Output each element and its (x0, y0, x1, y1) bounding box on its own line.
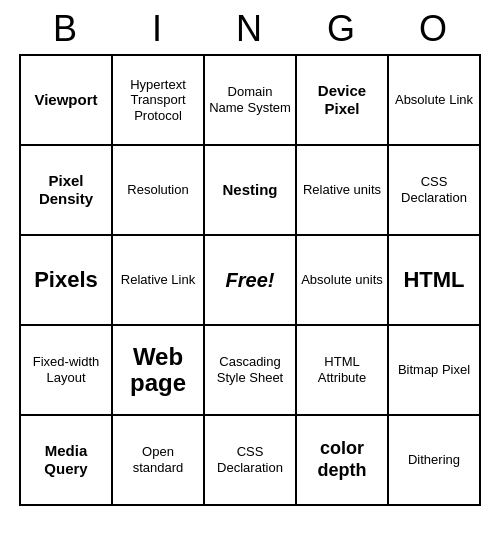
cell-21: Open standard (113, 416, 205, 506)
cell-19: Bitmap Pixel (389, 326, 481, 416)
cell-11: Relative Link (113, 236, 205, 326)
cell-8: Relative units (297, 146, 389, 236)
cell-22: CSS Declaration (205, 416, 297, 506)
cell-20: Media Query (21, 416, 113, 506)
title-letter-i: I (112, 8, 204, 50)
cell-3: Device Pixel (297, 56, 389, 146)
cell-17: Cascading Style Sheet (205, 326, 297, 416)
cell-9: CSS Declaration (389, 146, 481, 236)
cell-5: Pixel Density (21, 146, 113, 236)
cell-0: Viewport (21, 56, 113, 146)
cell-1: Hypertext Transport Protocol (113, 56, 205, 146)
cell-6: Resolution (113, 146, 205, 236)
bingo-grid: ViewportHypertext Transport ProtocolDoma… (19, 54, 481, 506)
cell-2: Domain Name System (205, 56, 297, 146)
bingo-title: B I N G O (20, 0, 480, 54)
cell-16: Web page (113, 326, 205, 416)
title-letter-n: N (204, 8, 296, 50)
cell-4: Absolute Link (389, 56, 481, 146)
cell-23: color depth (297, 416, 389, 506)
title-letter-g: G (296, 8, 388, 50)
cell-10: Pixels (21, 236, 113, 326)
cell-14: HTML (389, 236, 481, 326)
cell-13: Absolute units (297, 236, 389, 326)
cell-24: Dithering (389, 416, 481, 506)
cell-7: Nesting (205, 146, 297, 236)
title-letter-b: B (20, 8, 112, 50)
cell-18: HTML Attribute (297, 326, 389, 416)
cell-12: Free! (205, 236, 297, 326)
cell-15: Fixed-width Layout (21, 326, 113, 416)
title-letter-o: O (388, 8, 480, 50)
